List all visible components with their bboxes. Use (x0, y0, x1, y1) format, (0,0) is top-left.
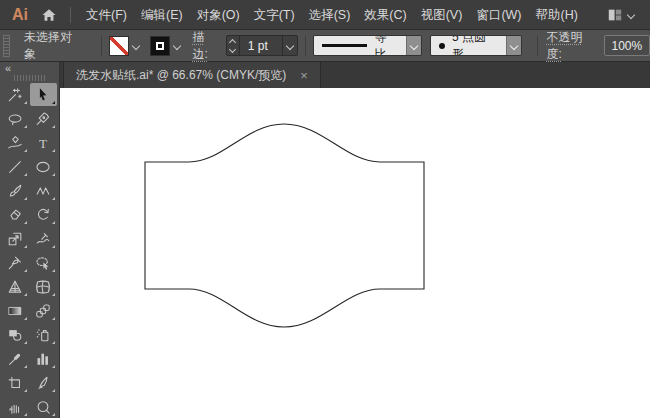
chevron-down-icon (627, 10, 635, 18)
menu-edit[interactable]: 编辑(E) (134, 0, 190, 30)
zoom-icon (35, 399, 51, 415)
eyedropper-tool[interactable] (2, 347, 29, 370)
shape-builder-tool[interactable] (2, 323, 29, 346)
control-bar: 未选择对象 描边: 1 pt 等比 (0, 30, 650, 62)
line-segment-tool[interactable] (2, 155, 29, 178)
width-profile-dropdown[interactable] (406, 36, 421, 56)
sticker-shape-path[interactable] (145, 124, 424, 327)
menu-help[interactable]: 帮助(H) (529, 0, 585, 30)
puppet-warp-tool[interactable] (30, 227, 57, 250)
perspective-grid-tool[interactable] (2, 275, 29, 298)
divider (305, 36, 306, 56)
menu-view[interactable]: 视图(V) (414, 0, 470, 30)
toolbar-grip[interactable] (0, 74, 59, 81)
rotate-tool[interactable] (30, 203, 57, 226)
gradient-tool[interactable] (2, 299, 29, 322)
paintbrush-tool[interactable] (2, 179, 29, 202)
mesh-tool[interactable] (30, 275, 57, 298)
pen-icon (35, 111, 51, 127)
stroke-color-control[interactable] (150, 36, 185, 56)
fill-color-control[interactable] (109, 36, 144, 56)
brush-dropdown[interactable] (506, 36, 521, 56)
width-profile-select[interactable]: 等比 (313, 35, 422, 56)
scale-tool[interactable] (2, 227, 29, 250)
shape-builder-icon (7, 327, 23, 343)
ellipse-tool[interactable] (30, 155, 57, 178)
toolbar-collapse-button[interactable]: « (5, 62, 10, 74)
illustrator-window: Ai 文件(F) 编辑(E) 对象(O) 文字(T) 选择(S) 效果(C) 视… (0, 0, 650, 418)
shaper-icon (35, 183, 51, 199)
stroke-width-control: 1 pt (226, 35, 298, 56)
brush-select[interactable]: 5 点圆形 (430, 35, 521, 56)
symbol-sprayer-icon (35, 327, 51, 343)
curvature-tool[interactable] (2, 131, 29, 154)
selection-arrow-icon (35, 87, 51, 103)
selection-status: 未选择对象 (24, 29, 84, 63)
shaper-tool[interactable] (30, 179, 57, 202)
canvas[interactable] (60, 88, 650, 418)
magic-wand-tool[interactable] (2, 83, 29, 106)
stroke-dropdown-button[interactable] (170, 36, 185, 56)
tools-panel: « (0, 62, 60, 418)
zoom-tool[interactable] (30, 395, 57, 418)
type-tool[interactable]: T (30, 131, 57, 154)
stroke-width-stepper[interactable] (227, 36, 240, 55)
stepper-up-icon (229, 38, 236, 45)
symbol-sprayer-tool[interactable] (30, 323, 57, 346)
menubar-divider (70, 7, 71, 23)
slice-knife-icon (35, 375, 51, 391)
document-tab[interactable]: 洗发水贴纸.ai* @ 66.67% (CMYK/预览) × (63, 62, 321, 88)
menu-window[interactable]: 窗口(W) (469, 0, 528, 30)
lasso-tool[interactable] (2, 107, 29, 130)
chevron-down-icon (509, 42, 517, 50)
chevron-down-icon (173, 41, 181, 49)
pin-tool[interactable] (2, 251, 29, 274)
artboard-tool[interactable] (2, 371, 29, 394)
document-tab-bar: 洗发水贴纸.ai* @ 66.67% (CMYK/预览) × (60, 62, 650, 88)
divider (101, 36, 102, 56)
tab-close-button[interactable]: × (300, 69, 308, 82)
ai-logo: Ai (12, 6, 28, 24)
stroke-width-input[interactable]: 1 pt (240, 36, 282, 55)
pen-tool[interactable] (30, 107, 57, 130)
controlbar-grip[interactable] (3, 35, 10, 57)
live-paint-selection-tool[interactable] (30, 251, 57, 274)
curvature-icon (7, 135, 23, 151)
menu-file[interactable]: 文件(F) (79, 0, 134, 30)
hand-tool[interactable] (2, 395, 29, 418)
mesh-icon (35, 279, 51, 295)
menu-type[interactable]: 文字(T) (247, 0, 302, 30)
stroke-panel-link[interactable]: 描边: (193, 29, 220, 63)
eyedropper-icon (7, 351, 23, 367)
slice-tool[interactable] (30, 371, 57, 394)
brush-label: 5 点圆形 (452, 35, 498, 56)
lasso-icon (7, 111, 23, 127)
menu-select[interactable]: 选择(S) (302, 0, 358, 30)
fill-dropdown-button[interactable] (129, 36, 144, 56)
stroke-width-dropdown[interactable] (282, 36, 297, 56)
opacity-panel-link[interactable]: 不透明度: (547, 29, 598, 63)
column-graph-icon (35, 351, 51, 367)
blend-tool[interactable] (30, 299, 57, 322)
stepper-down-icon (229, 45, 236, 52)
home-icon (41, 7, 57, 23)
home-button[interactable] (38, 4, 60, 26)
column-graph-tool[interactable] (30, 347, 57, 370)
blend-icon (35, 303, 51, 319)
hand-icon (7, 399, 23, 415)
width-profile-label: 等比 (374, 35, 398, 56)
rotate-icon (35, 207, 51, 223)
opacity-input[interactable]: 100% (604, 35, 650, 56)
stroke-black-swatch[interactable] (150, 36, 170, 56)
document-tab-title: 洗发水贴纸.ai* @ 66.67% (CMYK/预览) (76, 67, 286, 84)
workspace-switcher[interactable] (607, 7, 634, 23)
menu-effect[interactable]: 效果(C) (357, 0, 413, 30)
paintbrush-icon (7, 183, 23, 199)
fill-none-swatch[interactable] (109, 36, 129, 56)
live-paint-selection-icon (35, 255, 51, 271)
menu-object[interactable]: 对象(O) (190, 0, 247, 30)
eraser-tool[interactable] (2, 203, 29, 226)
eraser-icon (7, 207, 23, 223)
menu-bar: Ai 文件(F) 编辑(E) 对象(O) 文字(T) 选择(S) 效果(C) 视… (0, 0, 650, 30)
selection-tool[interactable] (30, 83, 57, 106)
